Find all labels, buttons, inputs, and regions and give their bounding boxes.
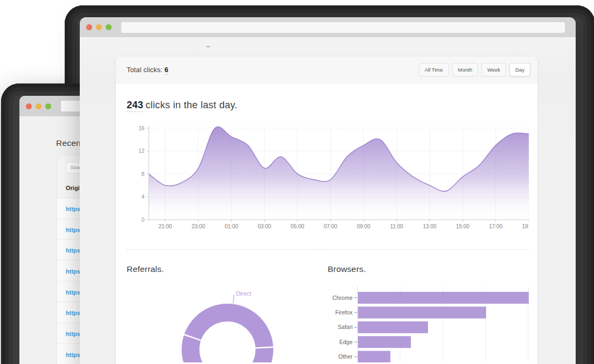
svg-text:03:00: 03:00 bbox=[258, 223, 271, 229]
filter-month-button[interactable]: Month bbox=[452, 63, 478, 76]
svg-text:15:00: 15:00 bbox=[456, 223, 469, 229]
svg-text:09:00: 09:00 bbox=[357, 223, 370, 229]
referrals-heading: Referrals. bbox=[127, 264, 328, 274]
svg-text:Edge: Edge bbox=[339, 339, 353, 345]
total-clicks-label: Total clicks: bbox=[127, 66, 163, 74]
stats-card-body: 243clicks in the last day. 048121621:002… bbox=[116, 100, 537, 362]
svg-text:13:00: 13:00 bbox=[423, 223, 437, 229]
close-button[interactable] bbox=[26, 103, 32, 109]
close-button[interactable] bbox=[86, 24, 92, 30]
svg-text:Chrome: Chrome bbox=[333, 295, 353, 301]
svg-text:01:00: 01:00 bbox=[225, 223, 238, 229]
fullscreen-button[interactable] bbox=[106, 24, 112, 30]
desktop: Recent Origin https: https: https: https… bbox=[0, 0, 594, 364]
page-artifact bbox=[206, 46, 210, 47]
clicks-area-chart: 048121621:0023:0001:0003:0005:0007:0009:… bbox=[127, 123, 529, 233]
chart-sections: Referrals. Direct Browsers. ChromeFirefo… bbox=[127, 250, 529, 362]
browsers-bar-chart: ChromeFirefoxSafariEdgeOther bbox=[328, 282, 529, 362]
svg-text:11:00: 11:00 bbox=[390, 223, 404, 229]
stats-card-header: Total clicks: 6 All Time Month Week Day bbox=[116, 57, 537, 83]
total-clicks-value: 6 bbox=[164, 66, 168, 75]
address-bar[interactable] bbox=[121, 22, 565, 33]
clicks-count: 243 bbox=[127, 100, 143, 112]
browsers-heading: Browsers. bbox=[328, 264, 529, 274]
fullscreen-button[interactable] bbox=[45, 103, 51, 109]
clicks-headline-text: clicks in the last day. bbox=[146, 100, 238, 110]
referrals-donut-chart: Direct bbox=[127, 282, 328, 362]
stats-card: Total clicks: 6 All Time Month Week Day … bbox=[116, 57, 537, 364]
referrals-section: Referrals. Direct bbox=[127, 250, 328, 362]
svg-text:Other: Other bbox=[339, 353, 353, 360]
svg-text:Firefox: Firefox bbox=[335, 309, 353, 316]
svg-text:16: 16 bbox=[139, 125, 145, 131]
filter-day-button[interactable]: Day bbox=[509, 63, 530, 76]
filter-week-button[interactable]: Week bbox=[481, 63, 506, 76]
analytics-titlebar bbox=[80, 17, 576, 37]
svg-text:21:00: 21:00 bbox=[158, 223, 172, 229]
browsers-section: Browsers. ChromeFirefoxSafariEdgeOther bbox=[328, 250, 529, 362]
minimize-button[interactable] bbox=[96, 24, 102, 30]
analytics-browser-window: Total clicks: 6 All Time Month Week Day … bbox=[80, 17, 576, 364]
filter-buttons: All Time Month Week Day bbox=[419, 63, 530, 76]
svg-text:17:00: 17:00 bbox=[489, 223, 502, 229]
svg-text:19:00: 19:00 bbox=[522, 223, 529, 229]
clicks-headline: 243clicks in the last day. bbox=[127, 100, 529, 111]
recent-heading: Recent bbox=[56, 138, 83, 148]
filter-all-time-button[interactable]: All Time bbox=[419, 63, 449, 76]
svg-text:05:00: 05:00 bbox=[291, 223, 304, 229]
svg-text:0: 0 bbox=[141, 217, 144, 223]
svg-text:12: 12 bbox=[139, 148, 145, 154]
svg-text:23:00: 23:00 bbox=[191, 223, 205, 229]
svg-text:07:00: 07:00 bbox=[324, 223, 337, 229]
svg-text:8: 8 bbox=[141, 171, 144, 177]
total-clicks: Total clicks: 6 bbox=[127, 66, 168, 74]
svg-text:Direct: Direct bbox=[236, 290, 252, 297]
minimize-button[interactable] bbox=[36, 103, 42, 109]
svg-text:Safari: Safari bbox=[338, 324, 353, 330]
svg-text:4: 4 bbox=[141, 194, 144, 200]
